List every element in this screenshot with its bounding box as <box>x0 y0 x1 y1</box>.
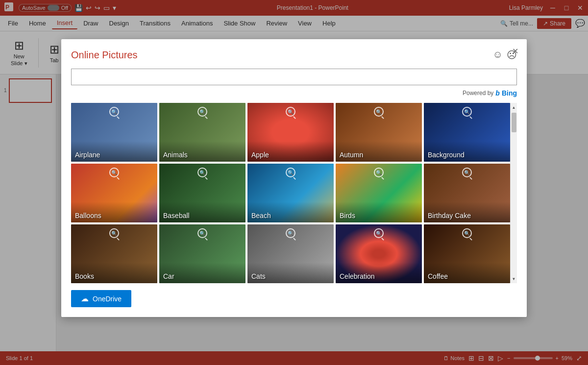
grid-item-books[interactable]: 🔍 Books <box>71 224 157 283</box>
grid-item-celebration[interactable]: 🔍 Celebration <box>336 224 422 283</box>
scroll-up-button[interactable]: ▲ <box>511 104 517 111</box>
grid-item-car-label: Car <box>159 263 245 283</box>
search-books-icon: 🔍 <box>109 228 119 238</box>
search-birthdaycake-icon: 🔍 <box>462 168 472 177</box>
grid-item-beach-label: Beach <box>247 202 334 222</box>
search-input[interactable] <box>71 69 517 85</box>
image-grid-container: 🔍 Airplane 🔍 Animals 🔍 Apple 🔍 Autumn 🔍 <box>71 103 517 283</box>
grid-item-animals-label: Animals <box>159 141 245 162</box>
grid-item-coffee[interactable]: 🔍 Coffee <box>424 224 510 283</box>
powered-by-text: Powered by <box>463 90 493 97</box>
grid-item-background-label: Background <box>424 141 510 162</box>
scroll-track <box>512 111 516 275</box>
modal-overlay: ✕ Online Pictures ☺ ☹ Powered by b Bing … <box>0 0 588 365</box>
smiley-icon[interactable]: ☺ <box>493 49 503 61</box>
search-celebration-icon: 🔍 <box>374 228 384 238</box>
grid-item-balloons-label: Balloons <box>71 202 157 222</box>
onedrive-button[interactable]: ☁ OneDrive <box>71 290 131 307</box>
grid-item-background[interactable]: 🔍 Background <box>424 103 510 162</box>
bing-logo-b: b <box>495 89 500 97</box>
grid-item-autumn-label: Autumn <box>336 141 422 162</box>
search-birds-icon: 🔍 <box>374 168 384 177</box>
grid-item-beach[interactable]: 🔍 Beach <box>247 164 334 222</box>
grid-item-balloons[interactable]: 🔍 Balloons <box>71 164 157 222</box>
grid-item-birthdaycake[interactable]: 🔍 Birthday Cake <box>424 164 510 222</box>
onedrive-cloud-icon: ☁ <box>81 294 89 303</box>
grid-item-airplane[interactable]: 🔍 Airplane <box>71 103 157 162</box>
scroll-thumb[interactable] <box>512 113 516 132</box>
modal-scrollbar[interactable]: ▲ ▼ <box>510 103 517 283</box>
grid-item-cats-label: Cats <box>247 263 334 283</box>
powered-by: Powered by b Bing <box>71 89 517 97</box>
modal-title-text: Online Pictures <box>71 49 138 61</box>
modal-title-row: Online Pictures ☺ ☹ <box>71 49 517 61</box>
search-beach-icon: 🔍 <box>286 168 295 177</box>
grid-item-baseball-label: Baseball <box>159 202 245 222</box>
grid-item-autumn[interactable]: 🔍 Autumn <box>336 103 422 162</box>
search-balloons-icon: 🔍 <box>109 168 119 177</box>
grid-item-animals[interactable]: 🔍 Animals <box>159 103 245 162</box>
search-airplane-icon: 🔍 <box>109 107 119 117</box>
search-cats-icon: 🔍 <box>286 228 295 238</box>
grid-item-birds-label: Birds <box>336 202 422 222</box>
grid-item-coffee-label: Coffee <box>424 263 510 283</box>
search-autumn-icon: 🔍 <box>374 107 384 117</box>
scroll-down-button[interactable]: ▼ <box>511 275 517 282</box>
grid-item-apple-label: Apple <box>247 141 334 162</box>
close-icon: ✕ <box>512 47 518 56</box>
grid-item-cats[interactable]: 🔍 Cats <box>247 224 334 283</box>
image-grid: 🔍 Airplane 🔍 Animals 🔍 Apple 🔍 Autumn 🔍 <box>71 103 510 283</box>
grid-item-birthdaycake-label: Birthday Cake <box>424 202 510 222</box>
modal-close-button[interactable]: ✕ <box>509 45 521 57</box>
grid-item-car[interactable]: 🔍 Car <box>159 224 245 283</box>
search-car-icon: 🔍 <box>197 228 207 238</box>
search-background-icon: 🔍 <box>462 107 472 117</box>
search-animals-icon: 🔍 <box>197 107 207 117</box>
search-coffee-icon: 🔍 <box>462 228 472 238</box>
search-apple-icon: 🔍 <box>286 107 295 117</box>
grid-item-books-label: Books <box>71 263 157 283</box>
grid-item-airplane-label: Airplane <box>71 141 157 162</box>
grid-item-celebration-label: Celebration <box>336 263 422 283</box>
online-pictures-modal: ✕ Online Pictures ☺ ☹ Powered by b Bing … <box>61 39 527 317</box>
bing-logo-text: Bing <box>502 89 517 97</box>
grid-item-birds[interactable]: 🔍 Birds <box>336 164 422 222</box>
grid-item-baseball[interactable]: 🔍 Baseball <box>159 164 245 222</box>
grid-item-apple[interactable]: 🔍 Apple <box>247 103 334 162</box>
search-baseball-icon: 🔍 <box>197 168 207 177</box>
